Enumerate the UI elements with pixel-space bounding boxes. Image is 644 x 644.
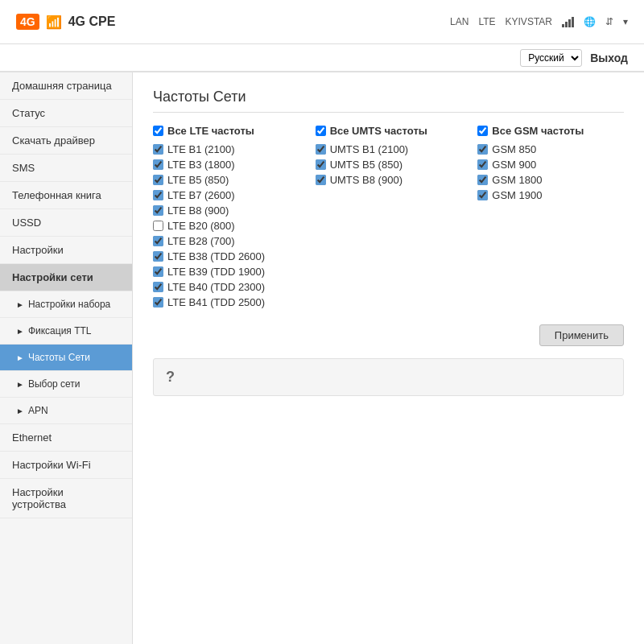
sidebar: Домашняя страница Статус Скачать драйвер… [0,72,133,644]
wifi-icon: 📶 [46,14,62,30]
lte-b41-checkbox[interactable] [153,297,163,308]
umts-column: Все UMTS частоты UMTS B1 (2100) UMTS B5 … [316,125,462,308]
gsm-1900-checkbox[interactable] [477,190,488,200]
wifi-status-icon: ▾ [623,16,628,27]
all-gsm-checkbox[interactable] [477,126,488,136]
sidebar-item-status[interactable]: Статус [0,100,132,127]
sidebar-label-netsel: Выбор сети [28,378,80,390]
freq-lte-b8: LTE B8 (900) [153,204,299,217]
signal-icon [562,16,574,27]
arrow-icon: ► [16,407,24,415]
page-title: Частоты Сети [153,89,624,113]
apply-button[interactable]: Применить [539,324,624,346]
header-nav: LAN LTE KYIVSTAR 🌐 ⇵ ▾ [450,16,628,27]
sidebar-item-dial-settings[interactable]: ► Настройки набора [0,291,132,318]
umts-b8-checkbox[interactable] [316,175,326,185]
lte-b5-checkbox[interactable] [153,175,163,185]
sidebar-label-freq: Частоты Сети [28,352,90,363]
frequency-grid: Все LTE частоты LTE B1 (2100) LTE B3 (18… [153,125,624,308]
lte-column: Все LTE частоты LTE B1 (2100) LTE B3 (18… [153,125,299,308]
all-lte-checkbox[interactable] [153,126,163,136]
top-controls: Русский Выход [0,44,644,72]
sidebar-item-wifi-settings[interactable]: Настройки Wi-Fi [0,452,132,479]
sidebar-item-download-driver[interactable]: Скачать драйвер [0,127,132,155]
sidebar-item-home[interactable]: Домашняя страница [0,72,132,100]
header: 4G 📶 4G CPE LAN LTE KYIVSTAR 🌐 ⇵ ▾ [0,0,644,44]
app-title: 4G CPE [68,14,116,29]
arrow-icon: ► [16,300,24,309]
main-layout: Домашняя страница Статус Скачать драйвер… [0,72,644,644]
logout-button[interactable]: Выход [590,52,628,64]
help-icon: ? [166,369,175,386]
sidebar-item-ttl-fix[interactable]: ► Фиксация TTL [0,318,132,345]
download-icon: ⇵ [605,16,613,27]
sidebar-item-settings[interactable]: Настройки [0,237,132,264]
freq-lte-b41: LTE B41 (TDD 2500) [153,296,299,308]
all-umts-checkbox[interactable] [316,126,326,136]
arrow-icon: ► [16,380,24,389]
lte-b3-checkbox[interactable] [153,159,163,170]
arrow-icon: ► [16,353,24,362]
apply-row: Применить [153,324,624,346]
sidebar-item-sms[interactable]: SMS [0,155,132,182]
lte-header: Все LTE частоты [153,125,299,137]
globe-icon: 🌐 [584,16,596,27]
lte-b40-checkbox[interactable] [153,282,163,292]
logo-area: 4G 📶 4G CPE [16,14,115,30]
help-section: ? [153,358,624,396]
umts-b5-checkbox[interactable] [316,159,326,170]
gsm-850-checkbox[interactable] [477,144,488,155]
gsm-column: Все GSM частоты GSM 850 GSM 900 GSM 1800… [477,125,624,308]
nav-lte[interactable]: LTE [478,16,495,27]
gsm-900-checkbox[interactable] [477,159,488,170]
sidebar-item-ethernet[interactable]: Ethernet [0,424,132,452]
sidebar-item-apn[interactable]: ► APN [0,398,132,424]
freq-lte-b3: LTE B3 (1800) [153,159,299,171]
sidebar-item-network-settings[interactable]: Настройки сети [0,264,132,291]
lte-b1-checkbox[interactable] [153,144,163,155]
4g-logo: 4G [16,14,39,30]
sidebar-item-network-select[interactable]: ► Выбор сети [0,371,132,398]
language-select[interactable]: Русский [520,49,582,67]
sidebar-item-ussd[interactable]: USSD [0,209,132,237]
nav-lan[interactable]: LAN [450,16,469,27]
umts-b1-checkbox[interactable] [316,144,326,155]
freq-lte-b20: LTE B20 (800) [153,220,299,232]
gsm-1800-checkbox[interactable] [477,175,488,185]
lte-b8-checkbox[interactable] [153,205,163,216]
freq-gsm-850: GSM 850 [477,143,624,155]
sidebar-item-freq-settings[interactable]: ► Частоты Сети [0,345,132,371]
freq-lte-b39: LTE B39 (TDD 1900) [153,266,299,278]
sidebar-item-device-settings[interactable]: Настройки устройства [0,479,132,518]
freq-lte-b5: LTE B5 (850) [153,174,299,186]
lte-b38-checkbox[interactable] [153,251,163,262]
arrow-icon: ► [16,327,24,336]
content-area: Частоты Сети Все LTE частоты LTE B1 (210… [133,72,644,644]
lte-b7-checkbox[interactable] [153,190,163,200]
sidebar-label-apn: APN [28,405,48,416]
freq-gsm-900: GSM 900 [477,159,624,171]
lte-b20-checkbox[interactable] [153,221,163,231]
freq-umts-b1: UMTS B1 (2100) [316,143,462,155]
freq-umts-b8: UMTS B8 (900) [316,174,462,186]
freq-gsm-1800: GSM 1800 [477,174,624,186]
freq-gsm-1900: GSM 1900 [477,189,624,201]
lte-b39-checkbox[interactable] [153,266,163,277]
freq-umts-b5: UMTS B5 (850) [316,159,462,171]
freq-lte-b28: LTE B28 (700) [153,235,299,247]
gsm-header: Все GSM частоты [477,125,624,137]
sidebar-label-dial: Настройки набора [28,299,110,310]
umts-header: Все UMTS частоты [316,125,462,137]
sidebar-label-ttl: Фиксация TTL [28,325,92,336]
sidebar-item-phonebook[interactable]: Телефонная книга [0,182,132,209]
freq-lte-b38: LTE B38 (TDD 2600) [153,250,299,262]
freq-lte-b1: LTE B1 (2100) [153,143,299,155]
freq-lte-b7: LTE B7 (2600) [153,189,299,201]
lte-b28-checkbox[interactable] [153,236,163,246]
freq-lte-b40: LTE B40 (TDD 2300) [153,281,299,293]
nav-kyivstar[interactable]: KYIVSTAR [506,16,552,27]
